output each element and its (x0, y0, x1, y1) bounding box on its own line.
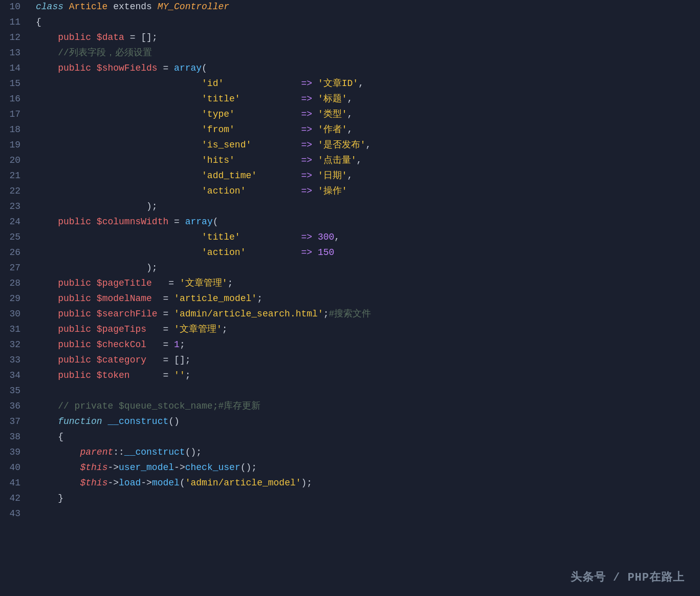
code-line: 36 // private $queue_stock_name;#库存更新 (0, 399, 700, 415)
code-line: 21 'add_time' => '日期', (0, 169, 700, 184)
line-content: 'id' => '文章ID', (31, 77, 700, 91)
code-line: 22 'action' => '操作' (0, 184, 700, 200)
code-line: 32 public $checkCol = 1; (0, 338, 700, 353)
line-content: { (31, 430, 700, 444)
line-content: ); (31, 200, 700, 214)
code-line: 35 (0, 384, 700, 399)
line-content: // private $queue_stock_name;#库存更新 (31, 399, 700, 414)
code-line: 29 public $modelName = 'article_model'; (0, 292, 700, 307)
code-line: 30 public $searchFile = 'admin/article_s… (0, 307, 700, 323)
line-number: 12 (0, 31, 31, 45)
line-number: 30 (0, 307, 31, 322)
line-number: 25 (0, 230, 31, 245)
code-line: 34 public $token = ''; (0, 369, 700, 384)
line-number: 22 (0, 184, 31, 199)
line-number: 24 (0, 215, 31, 229)
code-line: 15 'id' => '文章ID', (0, 77, 700, 92)
code-line: 23 ); (0, 200, 700, 215)
line-number: 38 (0, 430, 31, 444)
line-number: 13 (0, 46, 31, 60)
code-line: 19 'is_send' => '是否发布', (0, 138, 700, 154)
line-content: public $data = []; (31, 31, 700, 45)
line-number: 29 (0, 292, 31, 306)
code-editor: 10class Article extends MY_Controller11{… (0, 0, 700, 522)
line-number: 40 (0, 461, 31, 475)
line-content: public $pageTitle = '文章管理'; (31, 276, 700, 291)
code-line: 25 'title' => 300, (0, 230, 700, 246)
line-number: 23 (0, 200, 31, 214)
line-number: 20 (0, 154, 31, 168)
code-line: 42 } (0, 492, 700, 507)
line-number: 18 (0, 123, 31, 137)
line-content: 'action' => 150 (31, 246, 700, 260)
line-content: $this->user_model->check_user(); (31, 461, 700, 475)
code-line: 13 //列表字段，必须设置 (0, 46, 700, 61)
line-number: 17 (0, 108, 31, 122)
line-content: public $pageTips = '文章管理'; (31, 323, 700, 337)
line-number: 33 (0, 353, 31, 368)
code-line: 17 'type' => '类型', (0, 108, 700, 123)
line-content: public $showFields = array( (31, 61, 700, 76)
line-number: 34 (0, 369, 31, 383)
code-line: 41 $this->load->model('admin/article_mod… (0, 476, 700, 492)
line-number: 26 (0, 246, 31, 260)
line-number: 27 (0, 261, 31, 275)
line-number: 19 (0, 138, 31, 153)
line-number: 37 (0, 415, 31, 429)
line-content: } (31, 492, 700, 506)
line-content: public $modelName = 'article_model'; (31, 292, 700, 306)
line-content: parent::__construct(); (31, 445, 700, 460)
code-line: 31 public $pageTips = '文章管理'; (0, 323, 700, 338)
code-line: 12 public $data = []; (0, 31, 700, 46)
line-content: public $searchFile = 'admin/article_sear… (31, 307, 700, 322)
line-content: public $checkCol = 1; (31, 338, 700, 352)
code-line: 27 ); (0, 261, 700, 276)
line-content: public $columnsWidth = array( (31, 215, 700, 229)
code-line: 10class Article extends MY_Controller (0, 0, 700, 15)
line-content: //列表字段，必须设置 (31, 46, 700, 60)
line-number: 28 (0, 276, 31, 291)
line-content: 'from' => '作者', (31, 123, 700, 137)
line-number: 10 (0, 0, 31, 14)
line-content: 'action' => '操作' (31, 184, 700, 199)
line-number: 31 (0, 323, 31, 337)
line-content: public $category = []; (31, 353, 700, 368)
code-line: 26 'action' => 150 (0, 246, 700, 261)
line-content (31, 507, 700, 521)
code-line: 11{ (0, 15, 700, 31)
code-line: 40 $this->user_model->check_user(); (0, 461, 700, 476)
line-content: 'title' => '标题', (31, 92, 700, 107)
line-number: 43 (0, 507, 31, 521)
line-content: $this->load->model('admin/article_model'… (31, 476, 700, 491)
code-line: 43 (0, 507, 700, 522)
code-line: 16 'title' => '标题', (0, 92, 700, 108)
line-content: class Article extends MY_Controller (31, 0, 700, 14)
line-number: 14 (0, 61, 31, 76)
line-content: public $token = ''; (31, 369, 700, 383)
line-content: 'is_send' => '是否发布', (31, 138, 700, 153)
code-line: 37 function __construct() (0, 415, 700, 430)
line-content: 'title' => 300, (31, 230, 700, 245)
line-content: ); (31, 261, 700, 275)
code-line: 18 'from' => '作者', (0, 123, 700, 138)
line-content: 'type' => '类型', (31, 108, 700, 122)
line-number: 36 (0, 399, 31, 414)
code-line: 39 parent::__construct(); (0, 445, 700, 461)
line-content: 'add_time' => '日期', (31, 169, 700, 183)
line-number: 35 (0, 384, 31, 398)
code-line: 38 { (0, 430, 700, 445)
line-content: function __construct() (31, 415, 700, 429)
line-number: 16 (0, 92, 31, 107)
line-number: 21 (0, 169, 31, 183)
line-content (31, 384, 700, 398)
code-line: 20 'hits' => '点击量', (0, 154, 700, 169)
code-line: 24 public $columnsWidth = array( (0, 215, 700, 230)
code-line: 14 public $showFields = array( (0, 61, 700, 77)
line-number: 39 (0, 445, 31, 460)
line-number: 32 (0, 338, 31, 352)
line-content: 'hits' => '点击量', (31, 154, 700, 168)
line-number: 11 (0, 15, 31, 30)
line-number: 42 (0, 492, 31, 506)
line-content: { (31, 15, 700, 30)
watermark: 头条号 / PHP在路上 (571, 569, 685, 587)
